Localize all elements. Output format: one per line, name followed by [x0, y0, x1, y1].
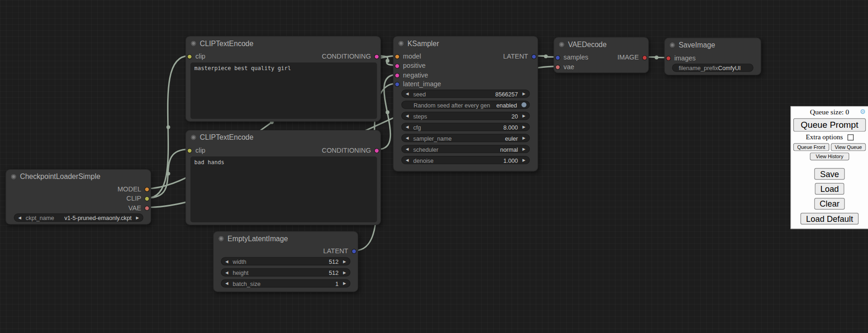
node-vaedecode[interactable]: VAEDecode samples vae IMAGE — [554, 37, 649, 73]
widget-denoise[interactable]: ◀ denoise 1.000 ▶ — [401, 156, 530, 164]
input-slot-clip[interactable]: clip — [187, 147, 205, 155]
prompt-textarea[interactable]: bad hands — [190, 156, 377, 222]
output-slot-conditioning[interactable]: CONDITIONING — [322, 147, 379, 155]
slot-dot-image[interactable] — [666, 55, 671, 60]
slot-dot-latent[interactable] — [351, 249, 356, 254]
increment-arrow-icon[interactable]: ▶ — [522, 136, 525, 140]
slot-dot-conditioning[interactable] — [374, 54, 380, 59]
slot-dot-model[interactable] — [145, 187, 150, 192]
decrement-arrow-icon[interactable]: ◀ — [225, 259, 228, 263]
decrement-arrow-icon[interactable]: ◀ — [406, 114, 409, 118]
increment-arrow-icon[interactable]: ▶ — [522, 147, 525, 151]
widget-value[interactable]: 1 — [335, 280, 338, 286]
node-title-bar[interactable]: CheckpointLoaderSimple — [6, 170, 151, 183]
widget-seed[interactable]: ◀ seed 8566257 ▶ — [401, 89, 530, 98]
increment-arrow-icon[interactable]: ▶ — [522, 158, 525, 162]
slot-dot-vae[interactable] — [145, 205, 150, 210]
output-slot-image[interactable]: IMAGE — [617, 54, 647, 61]
widget-value[interactable]: 8.000 — [503, 124, 518, 130]
decrement-arrow-icon[interactable]: ◀ — [225, 281, 228, 285]
slot-dot-clip[interactable] — [145, 196, 150, 201]
widget-sampler-name[interactable]: ◀ sampler_name euler ▶ — [401, 134, 530, 142]
output-slot-conditioning[interactable]: CONDITIONING — [322, 53, 379, 60]
output-slot-clip[interactable]: CLIP — [127, 195, 150, 202]
widget-steps[interactable]: ◀ steps 20 ▶ — [401, 112, 530, 120]
widget-value[interactable]: 1.000 — [503, 157, 518, 163]
collapse-dot-icon[interactable] — [11, 174, 16, 179]
load-default-button[interactable]: Load Default — [801, 213, 859, 225]
settings-gear-icon[interactable]: ⚙ — [860, 108, 866, 115]
node-ksampler[interactable]: KSampler model positive negative latent_… — [393, 36, 538, 172]
widget-width[interactable]: ◀ width 512 ▶ — [221, 257, 350, 266]
extra-options-checkbox[interactable] — [847, 134, 853, 140]
input-slot-latent-image[interactable]: latent_image — [395, 80, 441, 88]
node-saveimage[interactable]: SaveImage images filename_prefix ComfyUI — [664, 38, 761, 76]
view-queue-button[interactable]: View Queue — [831, 143, 866, 151]
output-slot-vae[interactable]: VAE — [128, 204, 150, 212]
collapse-dot-icon[interactable] — [670, 42, 675, 48]
increment-arrow-icon[interactable]: ▶ — [136, 216, 139, 220]
collapse-dot-icon[interactable] — [191, 41, 196, 46]
slot-dot-conditioning[interactable] — [395, 63, 400, 68]
decrement-arrow-icon[interactable]: ◀ — [406, 158, 409, 162]
node-emptylatentimage[interactable]: EmptyLatentImage LATENT ◀ width 512 ▶ ◀ … — [213, 231, 358, 292]
input-slot-vae[interactable]: vae — [555, 63, 574, 71]
toggle-on-icon[interactable] — [521, 102, 526, 107]
widget-batch-size[interactable]: ◀ batch_size 1 ▶ — [221, 279, 350, 287]
increment-arrow-icon[interactable]: ▶ — [343, 259, 346, 263]
load-button[interactable]: Load — [815, 183, 844, 195]
collapse-dot-icon[interactable] — [219, 236, 224, 241]
decrement-arrow-icon[interactable]: ◀ — [225, 270, 228, 274]
node-title-bar[interactable]: VAEDecode — [554, 38, 648, 51]
queue-prompt-button[interactable]: Queue Prompt — [793, 119, 866, 132]
slot-dot-clip[interactable] — [187, 54, 192, 59]
node-title-bar[interactable]: CLIPTextEncode — [186, 36, 380, 50]
node-checkpointloadersimple[interactable]: CheckpointLoaderSimple MODEL CLIP VAE ◀ … — [6, 169, 151, 225]
output-slot-latent[interactable]: LATENT — [323, 247, 356, 255]
decrement-arrow-icon[interactable]: ◀ — [18, 216, 21, 220]
comfy-menu[interactable]: Queue size: 0 ⚙ Queue Prompt Extra optio… — [790, 106, 868, 229]
widget-value[interactable]: 512 — [329, 269, 338, 275]
input-slot-samples[interactable]: samples — [555, 54, 589, 61]
increment-arrow-icon[interactable]: ▶ — [343, 281, 346, 285]
slot-dot-conditioning[interactable] — [395, 73, 400, 78]
input-slot-positive[interactable]: positive — [395, 62, 426, 70]
increment-arrow-icon[interactable]: ▶ — [343, 270, 346, 274]
input-slot-model[interactable]: model — [395, 53, 421, 60]
queue-front-button[interactable]: Queue Front — [793, 143, 829, 151]
widget-value[interactable]: normal — [500, 146, 518, 152]
slot-dot-image[interactable] — [642, 55, 647, 60]
slot-dot-model[interactable] — [395, 54, 400, 59]
increment-arrow-icon[interactable]: ▶ — [522, 125, 525, 129]
node-title-bar[interactable]: SaveImage — [665, 38, 760, 52]
clear-button[interactable]: Clear — [814, 198, 845, 209]
widget-value[interactable]: ComfyUI — [718, 65, 741, 71]
collapse-dot-icon[interactable] — [559, 42, 564, 47]
widget-scheduler[interactable]: ◀ scheduler normal ▶ — [401, 145, 530, 153]
increment-arrow-icon[interactable]: ▶ — [522, 92, 525, 95]
output-slot-model[interactable]: MODEL — [118, 185, 150, 193]
decrement-arrow-icon[interactable]: ◀ — [406, 147, 409, 151]
node-cliptextencode-negative[interactable]: CLIPTextEncode clip CONDITIONING bad han… — [186, 130, 381, 225]
widget-random-seed-toggle[interactable]: Random seed after every gen enabled — [401, 101, 530, 109]
slot-dot-clip[interactable] — [187, 148, 192, 153]
slot-dot-latent[interactable] — [555, 55, 561, 60]
slot-dot-vae[interactable] — [555, 65, 561, 70]
collapse-dot-icon[interactable] — [191, 135, 196, 140]
widget-cfg[interactable]: ◀ cfg 8.000 ▶ — [401, 123, 530, 131]
widget-ckpt-name[interactable]: ◀ ckpt_name v1-5-pruned-emaonly.ckpt ▶ — [14, 214, 144, 222]
node-graph-canvas[interactable]: CheckpointLoaderSimple MODEL CLIP VAE ◀ … — [0, 0, 868, 333]
increment-arrow-icon[interactable]: ▶ — [522, 114, 525, 118]
input-slot-clip[interactable]: clip — [187, 53, 205, 60]
decrement-arrow-icon[interactable]: ◀ — [406, 136, 409, 140]
widget-value[interactable]: 512 — [329, 258, 338, 264]
decrement-arrow-icon[interactable]: ◀ — [406, 92, 409, 95]
slot-dot-latent[interactable] — [395, 82, 400, 87]
widget-value[interactable]: v1-5-pruned-emaonly.ckpt — [65, 214, 132, 221]
slot-dot-latent[interactable] — [531, 54, 536, 59]
prompt-textarea[interactable]: masterpiece best quality girl — [190, 62, 377, 119]
widget-value[interactable]: 20 — [512, 113, 518, 119]
view-history-button[interactable]: View History — [810, 153, 850, 161]
widget-value[interactable]: enabled — [496, 101, 517, 108]
node-title-bar[interactable]: EmptyLatentImage — [214, 232, 358, 245]
